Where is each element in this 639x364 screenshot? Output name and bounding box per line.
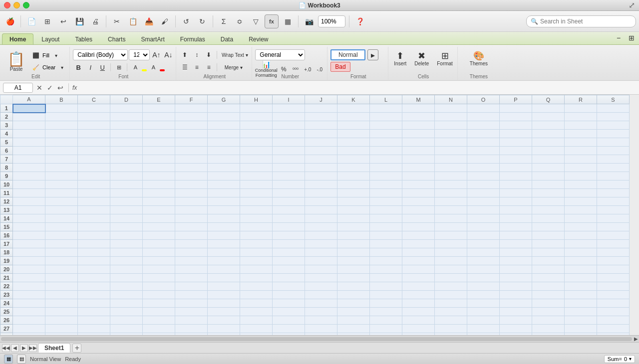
cell-C20[interactable] [78,265,110,274]
cell-F28[interactable] [175,333,208,336]
cell-P25[interactable] [500,308,532,316]
cell-Q17[interactable] [532,240,565,248]
cell-D14[interactable] [110,214,143,223]
cell-L4[interactable] [370,130,402,138]
cell-G7[interactable] [208,155,240,164]
cell-N22[interactable] [435,282,467,291]
cell-O22[interactable] [467,282,500,291]
tab-charts[interactable]: Charts [100,33,133,44]
cell-I28[interactable] [273,333,305,336]
cell-Q28[interactable] [532,333,565,336]
cell-D27[interactable] [110,325,143,333]
cell-J7[interactable] [305,155,337,164]
cell-G26[interactable] [208,316,240,325]
cell-R26[interactable] [565,316,597,325]
cell-A28[interactable] [13,333,45,336]
cell-R18[interactable] [565,248,597,257]
cell-Q20[interactable] [532,265,565,274]
cell-H1[interactable] [240,104,273,113]
cell-L1[interactable] [370,104,402,113]
cell-J18[interactable] [305,248,337,257]
cell-Q26[interactable] [532,316,565,325]
resize-icon[interactable]: ⤢ [629,0,635,10]
cell-O13[interactable] [467,206,500,214]
minimize-button[interactable] [13,2,20,8]
fill-button[interactable]: ⬛ [30,50,41,61]
cell-C18[interactable] [78,248,110,257]
cell-I8[interactable] [273,164,305,172]
cell-B14[interactable] [45,214,78,223]
cell-R24[interactable] [565,299,597,308]
cell-L10[interactable] [370,181,402,189]
cell-C16[interactable] [78,231,110,240]
cell-H23[interactable] [240,291,273,299]
cell-C23[interactable] [78,291,110,299]
cell-K17[interactable] [337,240,370,248]
cell-L2[interactable] [370,113,402,121]
cell-D15[interactable] [110,223,143,231]
cell-S5[interactable] [597,138,630,147]
cell-K21[interactable] [337,274,370,282]
cell-K15[interactable] [337,223,370,231]
cell-H14[interactable] [240,214,273,223]
cell-G19[interactable] [208,257,240,265]
cell-D12[interactable] [110,197,143,206]
cell-G12[interactable] [208,197,240,206]
sheet-tab-sheet1[interactable]: Sheet1 [38,343,70,353]
window-controls[interactable] [4,2,29,8]
style-expand[interactable]: ▸ [367,49,378,60]
cell-E11[interactable] [143,189,175,197]
cell-H24[interactable] [240,299,273,308]
cell-S17[interactable] [597,240,630,248]
cell-I17[interactable] [273,240,305,248]
cell-I15[interactable] [273,223,305,231]
cell-H13[interactable] [240,206,273,214]
cell-R15[interactable] [565,223,597,231]
cut-button[interactable]: ✂ [110,14,124,28]
cell-L9[interactable] [370,172,402,181]
cell-O14[interactable] [467,214,500,223]
cell-D16[interactable] [110,231,143,240]
cell-B16[interactable] [45,231,78,240]
cell-I16[interactable] [273,231,305,240]
format-painter[interactable]: 🖌 [158,14,172,28]
cell-O10[interactable] [467,181,500,189]
align-center[interactable]: ≡ [191,62,202,73]
cell-Q2[interactable] [532,113,565,121]
cell-S4[interactable] [597,130,630,138]
cell-R5[interactable] [565,138,597,147]
cell-Q8[interactable] [532,164,565,172]
insert-button[interactable]: ⬆ Insert [391,50,409,68]
cell-O6[interactable] [467,147,500,155]
cell-B23[interactable] [45,291,78,299]
cell-B7[interactable] [45,155,78,164]
cell-J26[interactable] [305,316,337,325]
cell-C4[interactable] [78,130,110,138]
close-button[interactable] [4,2,10,8]
cell-C6[interactable] [78,147,110,155]
gallery-button[interactable]: ▦ [281,14,295,28]
undo2-button[interactable]: ↺ [179,14,193,28]
align-middle[interactable]: ↕ [191,49,202,60]
cell-C24[interactable] [78,299,110,308]
cell-N4[interactable] [435,130,467,138]
cell-R27[interactable] [565,325,597,333]
cell-C12[interactable] [78,197,110,206]
cell-P18[interactable] [500,248,532,257]
cell-D7[interactable] [110,155,143,164]
cell-B3[interactable] [45,121,78,130]
cell-O4[interactable] [467,130,500,138]
cell-B19[interactable] [45,257,78,265]
cell-N7[interactable] [435,155,467,164]
cell-A21[interactable] [13,274,45,282]
cell-L28[interactable] [370,333,402,336]
cell-P19[interactable] [500,257,532,265]
cell-P11[interactable] [500,189,532,197]
cell-R8[interactable] [565,164,597,172]
cell-D2[interactable] [110,113,143,121]
cell-D4[interactable] [110,130,143,138]
cell-O11[interactable] [467,189,500,197]
cell-R23[interactable] [565,291,597,299]
cell-A5[interactable] [13,138,45,147]
cell-N5[interactable] [435,138,467,147]
